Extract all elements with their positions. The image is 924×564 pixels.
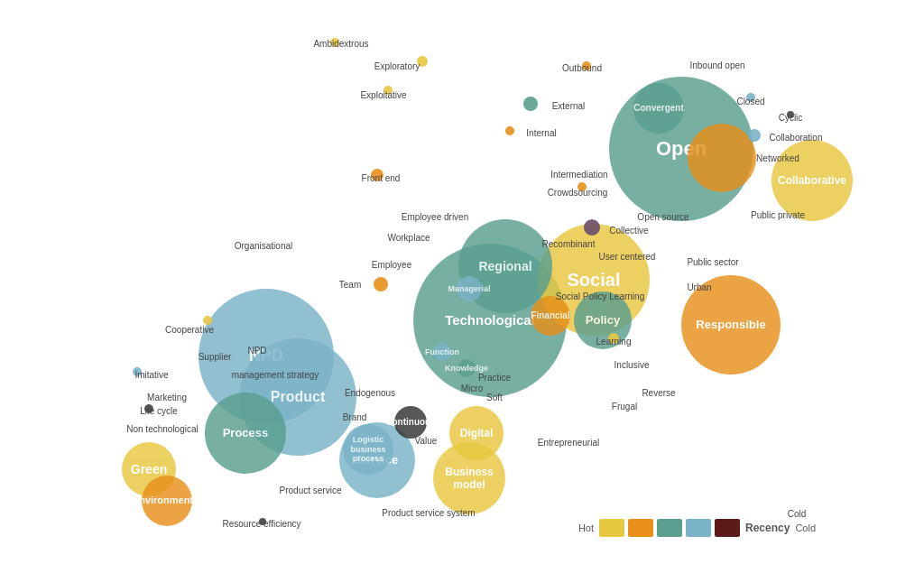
- chart-container: OpenTechnologicalNPDProductSocialRegiona…: [0, 0, 924, 564]
- dot-d3: [383, 86, 393, 95]
- label-inclusive: Inclusive: [614, 360, 650, 370]
- bubble-managerial: Managerial: [457, 276, 482, 301]
- bubble-knowledge: Knowledge: [457, 359, 476, 377]
- bubble-process: Process: [205, 393, 286, 474]
- dot-d1: [330, 38, 339, 47]
- dot-d2: [417, 56, 428, 67]
- dot-d18: [608, 333, 619, 344]
- swatch-dark: [715, 519, 740, 537]
- bubble-open_bubble2: [688, 124, 756, 192]
- dot-d10: [578, 182, 587, 191]
- label-product_service: Product service: [280, 485, 342, 495]
- swatch-blue: [686, 519, 711, 537]
- bubble-digital: Digital: [449, 406, 504, 460]
- label-non_technological: Non technological: [126, 424, 199, 434]
- cold-label-legend: Cold: [795, 522, 816, 533]
- label-marketing: Marketing: [147, 393, 187, 402]
- label-workplace: Workplace: [387, 233, 430, 243]
- label-external: External: [552, 101, 586, 111]
- dot-d17: [787, 111, 794, 118]
- bubble-responsible: Responsible: [681, 275, 781, 374]
- label-internal: Internal: [526, 128, 556, 138]
- dot-d11: [584, 219, 600, 236]
- label-team: Team: [339, 280, 361, 290]
- dot-d4: [371, 169, 383, 181]
- label-reverse: Reverse: [642, 388, 675, 398]
- label-value: Value: [415, 436, 438, 446]
- dot-d14: [133, 367, 142, 376]
- label-public_sector: Public sector: [687, 257, 738, 267]
- bubble-collaborative: Collaborative: [772, 140, 853, 221]
- swatch-hot-orange: [628, 519, 653, 537]
- legend: Hot Recency Cold: [578, 519, 816, 537]
- label-employee_driven: Employee driven: [402, 212, 468, 222]
- recency-label: Recency: [745, 522, 790, 534]
- bubble-policy: Policy: [574, 291, 632, 349]
- label-cold_label: Cold: [788, 509, 807, 519]
- bubble-continuous: Continuous: [394, 406, 427, 439]
- dot-d8: [523, 97, 538, 111]
- label-employee: Employee: [372, 260, 411, 270]
- dot-d7: [582, 61, 591, 70]
- bubble-convergent: Convergent: [633, 83, 684, 134]
- dot-d9: [505, 126, 514, 135]
- dot-d13: [748, 129, 761, 142]
- bubble-financial: Financial: [531, 296, 570, 336]
- bubble-environmental: Environmental: [142, 476, 192, 526]
- label-entrepreneurial: Entrepreneurial: [538, 438, 599, 448]
- label-intermediation: Intermediation: [550, 170, 607, 180]
- legend-swatches: [599, 519, 740, 537]
- label-exploratory: Exploratory: [374, 61, 420, 71]
- swatch-teal: [657, 519, 682, 537]
- label-inbound_open: Inbound open: [689, 60, 744, 70]
- bubble-logistic: Logistic business process: [343, 424, 393, 475]
- dot-d5: [374, 277, 388, 291]
- label-frugal: Frugal: [612, 402, 637, 411]
- label-ambidextrous: Ambidextrous: [313, 39, 368, 49]
- bubble-function: Function: [433, 343, 451, 361]
- swatch-hot-yellow: [599, 519, 624, 537]
- dot-d12: [746, 93, 755, 102]
- dot-d6: [203, 316, 212, 325]
- hot-label: Hot: [578, 522, 594, 533]
- dot-d16: [259, 518, 266, 525]
- dot-d15: [144, 404, 153, 413]
- label-organisational: Organisational: [235, 241, 292, 251]
